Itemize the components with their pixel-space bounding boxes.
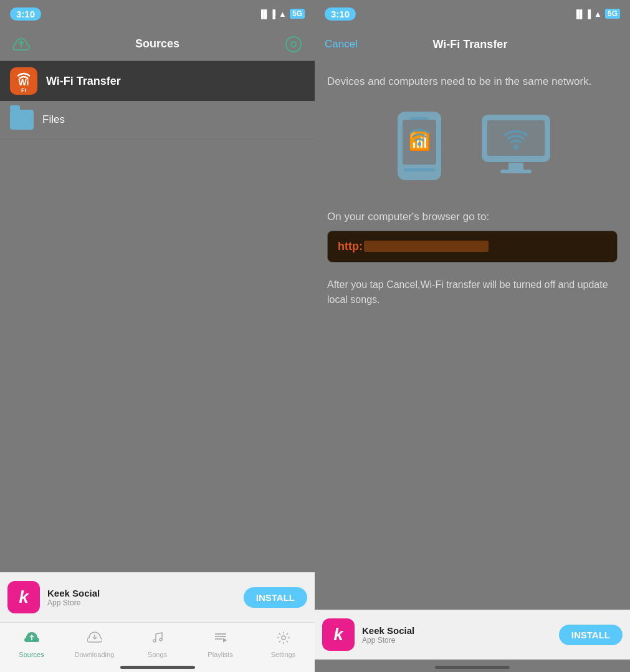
right-panel: 3:10 ▐▌▐ ▲ 5G Cancel Wi-Fi Transfer Devi…	[315, 0, 630, 672]
svg-rect-21	[500, 170, 532, 173]
svg-rect-14	[410, 117, 429, 120]
left-home-indicator	[120, 666, 195, 669]
svg-point-17	[418, 142, 421, 146]
phone-device-icon: 📶	[391, 108, 447, 186]
wifi-footer-text: After you tap Cancel,Wi-Fi transfer will…	[327, 277, 618, 307]
left-tab-bar: Sources Downloading Songs	[0, 622, 315, 672]
folder-icon	[10, 110, 34, 130]
tab-settings[interactable]: Settings	[252, 630, 315, 658]
tab-songs-label: Songs	[148, 651, 167, 658]
left-nav-bar: Sources	[0, 27, 315, 61]
tab-sources[interactable]: Sources	[0, 630, 63, 658]
cancel-button[interactable]: Cancel	[325, 38, 358, 50]
left-panel: 3:10 ▐▌▐ ▲ 5G Sources Wi Fi	[0, 0, 315, 672]
right-install-button[interactable]: INSTALL	[559, 625, 623, 645]
wifi-transfer-content: Devices and computers need to be in the …	[315, 61, 630, 672]
downloading-icon	[87, 630, 102, 649]
left-ad-text: Keek Social App Store	[47, 588, 236, 607]
tab-downloading[interactable]: Downloading	[63, 630, 126, 658]
sources-icon	[24, 630, 39, 649]
left-ad-app-name: Keek Social	[47, 588, 236, 598]
left-nav-title: Sources	[135, 37, 179, 50]
right-wifi-status-icon: ▲	[594, 9, 602, 19]
left-status-icons: ▐▌▐ ▲ 5G	[258, 9, 305, 19]
right-status-bar: 3:10 ▐▌▐ ▲ 5G	[315, 0, 630, 27]
svg-point-1	[286, 37, 301, 52]
svg-text:Fi: Fi	[21, 87, 26, 92]
right-home-indicator	[435, 666, 510, 669]
left-install-button[interactable]: INSTALL	[244, 587, 307, 608]
svg-rect-20	[508, 163, 523, 170]
svg-rect-19	[487, 120, 545, 156]
url-http-text: http:	[338, 240, 363, 253]
right-status-time: 3:10	[325, 7, 356, 21]
right-battery-icon: 5G	[605, 9, 620, 19]
right-nav-title: Wi-Fi Transfer	[433, 38, 508, 51]
left-ad-app-icon: k	[7, 581, 40, 613]
svg-point-22	[513, 145, 518, 150]
tab-settings-label: Settings	[271, 651, 296, 658]
device-icons-row: 📶	[327, 108, 618, 186]
wifi-logo-icon: Wi Fi	[10, 67, 37, 95]
browser-instruction: On your computer's browser go to:	[327, 211, 618, 223]
wifi-transfer-label: Wi-Fi Transfer	[46, 75, 121, 88]
right-ad-banner: k Keek Social App Store INSTALL	[315, 610, 630, 660]
battery-icon: 5G	[290, 9, 305, 19]
tab-playlists-label: Playlists	[208, 651, 232, 658]
right-ad-app-name: Keek Social	[362, 625, 551, 636]
left-status-bar: 3:10 ▐▌▐ ▲ 5G	[0, 0, 315, 27]
monitor-device-icon	[479, 112, 553, 183]
songs-icon	[150, 630, 165, 649]
svg-marker-10	[223, 638, 227, 643]
tab-songs[interactable]: Songs	[126, 630, 189, 658]
right-signal-icon: ▐▌▐	[573, 9, 591, 19]
right-nav-bar: Cancel Wi-Fi Transfer	[315, 27, 630, 61]
right-status-icons: ▐▌▐ ▲ 5G	[573, 9, 620, 19]
tab-playlists[interactable]: Playlists	[189, 630, 252, 658]
left-ad-banner: k Keek Social App Store INSTALL	[0, 572, 315, 622]
settings-icon	[276, 630, 291, 649]
left-ad-store: App Store	[47, 598, 236, 607]
url-box[interactable]: http:	[327, 231, 618, 262]
right-ad-store: App Store	[362, 636, 551, 645]
upload-cloud-icon[interactable]	[10, 33, 32, 55]
wifi-status-icon: ▲	[279, 9, 287, 19]
tab-downloading-label: Downloading	[75, 651, 115, 658]
svg-point-2	[291, 42, 296, 47]
playlists-icon	[213, 630, 228, 649]
svg-point-11	[282, 636, 285, 640]
tab-sources-label: Sources	[19, 651, 44, 658]
wifi-description: Devices and computers need to be in the …	[327, 74, 618, 90]
url-masked-address	[364, 241, 489, 252]
wifi-transfer-row[interactable]: Wi Fi Wi-Fi Transfer	[0, 61, 315, 101]
files-label: Files	[42, 113, 65, 126]
right-ad-text: Keek Social App Store	[362, 625, 551, 645]
left-status-time: 3:10	[10, 7, 41, 21]
svg-rect-15	[404, 168, 435, 171]
signal-icon: ▐▌▐	[258, 9, 275, 19]
right-ad-app-icon: k	[322, 618, 355, 651]
files-row[interactable]: Files	[0, 101, 315, 138]
settings-circle-icon[interactable]	[282, 33, 305, 55]
